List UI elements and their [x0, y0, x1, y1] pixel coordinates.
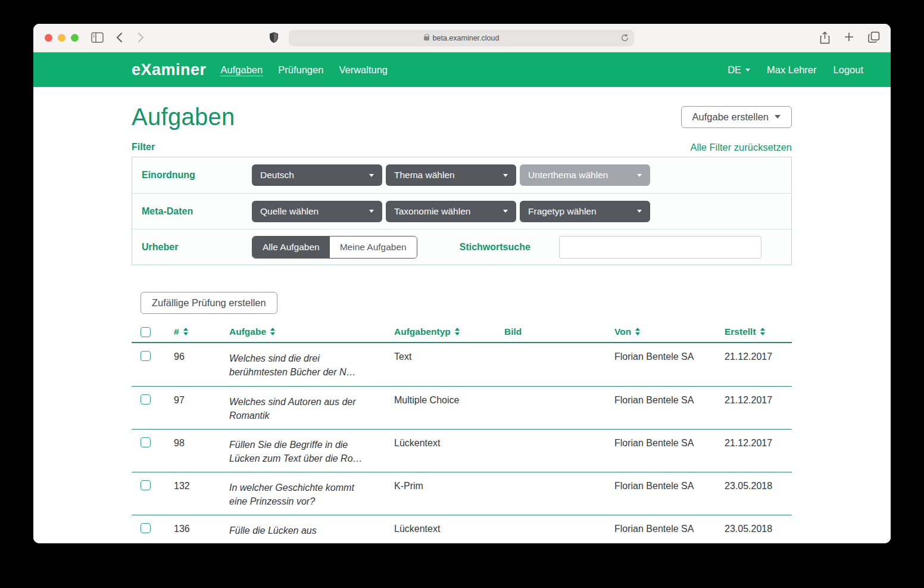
browser-window: beta.examiner.cloud eXaminer Aufgaben Pr…	[33, 24, 891, 543]
page-title: Aufgaben	[132, 104, 235, 130]
cell-id: 136	[165, 515, 220, 534]
user-menu[interactable]: Max Lehrer	[767, 64, 816, 76]
cell-type: Lückentext	[385, 515, 495, 534]
cell-task[interactable]: In welcher Geschichte kommt eine Prinzes…	[220, 472, 385, 508]
sidebar-toggle-icon[interactable]	[91, 32, 104, 43]
subtopic-filter-select: Unterthema wählen	[520, 164, 650, 186]
cell-task[interactable]: Füllen Sie die Begriffe in die Lücken zu…	[220, 430, 385, 465]
source-filter-select[interactable]: Quelle wählen	[252, 201, 382, 222]
cell-task[interactable]: Fülle die Lücken aus	[220, 515, 385, 537]
column-header-id[interactable]: #	[165, 326, 220, 337]
nav-item-verwaltung[interactable]: Verwaltung	[339, 64, 388, 76]
logout-link[interactable]: Logout	[834, 64, 863, 76]
traffic-lights	[45, 34, 79, 42]
topic-filter-value: Thema wählen	[394, 170, 455, 181]
table-row: 98 Füllen Sie die Begriffe in die Lücken…	[132, 429, 792, 472]
random-exam-button[interactable]: Zufällige Prüfung erstellen	[141, 292, 277, 314]
cell-created: 23.05.2018	[716, 472, 792, 491]
source-filter-value: Quelle wählen	[260, 206, 319, 217]
cell-type: Multiple Choice	[385, 387, 495, 406]
column-header-type[interactable]: Aufgabentyp	[385, 326, 495, 337]
toggle-my-tasks[interactable]: Meine Aufgaben	[330, 237, 417, 258]
sort-icon	[270, 328, 275, 335]
share-icon[interactable]	[820, 32, 830, 44]
row-checkbox[interactable]	[141, 480, 151, 490]
table-row: 132 In welcher Geschichte kommt eine Pri…	[132, 472, 792, 515]
main-nav: Aufgaben Prüfungen Verwaltung	[221, 64, 388, 76]
filter-row-urheber: Urheber Alle Aufgaben Meine Aufgaben Sti…	[132, 229, 791, 265]
chevron-down-icon	[503, 210, 508, 213]
topic-filter-select[interactable]: Thema wählen	[386, 164, 516, 186]
random-exam-label: Zufällige Prüfung erstellen	[152, 297, 266, 309]
page-head: Aufgaben Aufgabe erstellen	[132, 102, 792, 131]
einordnung-label: Einordnung	[142, 170, 252, 181]
create-task-button[interactable]: Aufgabe erstellen	[681, 106, 792, 128]
cell-id: 96	[165, 343, 220, 362]
table-row: 96 Welches sind die drei berühmtesten Bü…	[132, 343, 792, 386]
row-checkbox[interactable]	[141, 523, 151, 533]
table-row: 136 Fülle die Lücken aus Lückentext Flor…	[132, 515, 792, 543]
page-content: Aufgaben Aufgabe erstellen Filter Alle F…	[33, 87, 891, 543]
row-checkbox-cell	[132, 515, 165, 533]
row-checkbox[interactable]	[141, 394, 151, 405]
row-checkbox[interactable]	[141, 351, 151, 361]
select-all-checkbox[interactable]	[141, 327, 151, 337]
cell-id: 97	[165, 387, 220, 406]
minimize-window-button[interactable]	[58, 34, 65, 42]
row-checkbox-cell	[132, 472, 165, 490]
language-selector[interactable]: DE	[728, 64, 750, 76]
chevron-down-icon	[369, 210, 374, 213]
nav-item-aufgaben[interactable]: Aufgaben	[221, 64, 263, 76]
nav-item-pruefungen[interactable]: Prüfungen	[278, 64, 323, 76]
address-bar[interactable]: beta.examiner.cloud	[289, 30, 634, 46]
cell-author: Florian Bentele SA	[605, 430, 716, 449]
einordnung-selects: Deutsch Thema wählen Unterthema wählen	[252, 164, 650, 186]
cell-image	[495, 387, 605, 395]
urheber-label: Urheber	[142, 242, 252, 253]
cell-author: Florian Bentele SA	[605, 472, 716, 491]
forward-icon[interactable]	[138, 32, 144, 43]
chevron-down-icon	[637, 210, 642, 213]
metadaten-label: Meta-Daten	[142, 206, 252, 217]
close-window-button[interactable]	[45, 34, 52, 42]
new-tab-icon[interactable]	[844, 32, 854, 44]
toggle-all-tasks[interactable]: Alle Aufgaben	[252, 237, 330, 258]
cell-author: Florian Bentele SA	[605, 387, 716, 406]
header-checkbox-cell	[132, 326, 165, 337]
row-checkbox-cell	[132, 387, 165, 405]
reset-filters-link[interactable]: Alle Filter zurücksetzen	[690, 142, 792, 154]
language-filter-select[interactable]: Deutsch	[252, 164, 382, 186]
cell-created: 23.05.2018	[716, 515, 792, 534]
row-checkbox[interactable]	[141, 437, 151, 447]
questiontype-filter-value: Fragetyp wählen	[528, 206, 597, 217]
questiontype-filter-select[interactable]: Fragetyp wählen	[520, 201, 650, 222]
chrome-right-buttons	[820, 32, 880, 44]
cell-task[interactable]: Welches sind die drei berühmtesten Büche…	[220, 343, 385, 379]
back-icon[interactable]	[116, 32, 123, 43]
app-logo[interactable]: eXaminer	[132, 61, 207, 79]
filter-row-metadaten: Meta-Daten Quelle wählen Taxonomie wähle…	[132, 193, 791, 229]
keyword-search-input[interactable]	[559, 236, 761, 259]
cell-author: Florian Bentele SA	[605, 343, 716, 362]
filter-label: Filter	[132, 142, 155, 154]
column-type-label: Aufgabentyp	[394, 326, 451, 337]
zoom-window-button[interactable]	[71, 34, 79, 42]
sort-icon	[760, 328, 765, 335]
column-header-author[interactable]: Von	[605, 326, 716, 337]
language-label: DE	[728, 64, 741, 76]
column-header-created[interactable]: Erstellt	[716, 326, 792, 337]
taxonomy-filter-select[interactable]: Taxonomie wählen	[386, 201, 516, 222]
column-header-task[interactable]: Aufgabe	[220, 326, 385, 337]
chevron-down-icon	[745, 69, 750, 71]
tab-overview-icon[interactable]	[868, 32, 880, 44]
sort-icon	[183, 328, 188, 335]
reload-icon[interactable]	[620, 33, 629, 42]
cell-task[interactable]: Welches sind Autoren aus der Romantik	[220, 387, 385, 422]
browser-chrome: beta.examiner.cloud	[33, 24, 891, 52]
cell-type: Text	[385, 343, 495, 362]
tasks-table: # Aufgabe Aufgabentyp Bild Von	[132, 326, 792, 543]
privacy-shield-icon[interactable]	[269, 32, 279, 43]
cell-author: Florian Bentele SA	[605, 515, 716, 534]
language-filter-value: Deutsch	[260, 170, 294, 181]
logout-label: Logout	[834, 64, 863, 76]
